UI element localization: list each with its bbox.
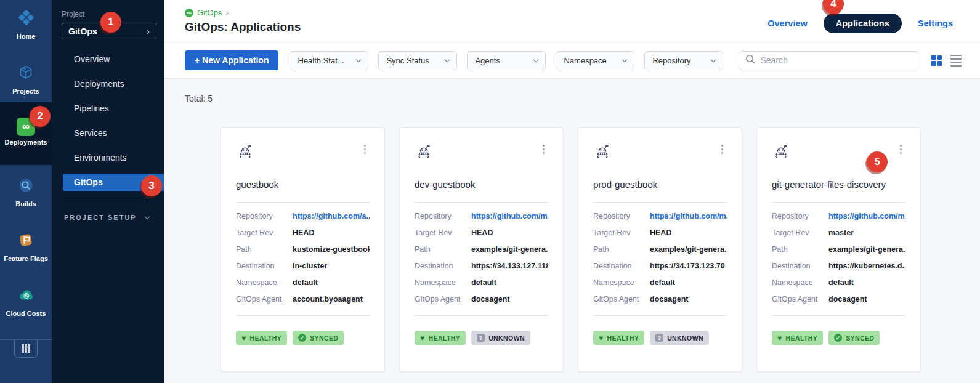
heart-icon: ♥ <box>599 334 604 342</box>
project-setup-toggle[interactable]: PROJECT SETUP <box>64 214 164 221</box>
card-field-row: Namespacedefault <box>593 274 727 291</box>
kebab-menu-icon[interactable] <box>896 142 905 157</box>
chevron-down-icon <box>533 57 538 62</box>
card-fields: Repositoryhttps://github.com/m... Target… <box>415 208 548 307</box>
heart-icon: ♥ <box>420 334 425 342</box>
repository-link[interactable]: https://github.com/m... <box>471 212 548 220</box>
card-field-row: Repositoryhttps://github.com/m... <box>593 208 727 224</box>
sidebar-item-feature-flags[interactable]: Feature Flags <box>0 230 52 262</box>
card-field-row: GitOps Agentdocsagent <box>772 291 905 307</box>
application-name[interactable]: dev-guestbook <box>415 179 548 190</box>
card-field-row: Target RevHEAD <box>415 224 548 241</box>
argo-app-icon <box>236 142 254 163</box>
sidebar-item-services[interactable]: Services <box>52 121 164 145</box>
repository-filter[interactable]: Repository <box>644 51 723 70</box>
argo-app-icon <box>593 142 612 163</box>
card-divider <box>415 315 548 316</box>
grid-view-icon[interactable] <box>931 55 942 66</box>
sidebar-item-cloud-costs[interactable]: $ Cloud Costs <box>0 285 52 317</box>
status-badges: ♥HEALTHY ?UNKNOWN <box>415 331 548 345</box>
builds-icon <box>16 175 36 198</box>
card-field-row: GitOps Agentaccount.byoaagent <box>236 291 370 307</box>
svg-text:$: $ <box>25 292 28 299</box>
main-area: ∞ GitOps › GitOps: Applications Overview… <box>164 0 980 383</box>
project-menu: Overview Deployments Pipelines Services … <box>52 47 164 191</box>
search-input[interactable] <box>760 55 912 65</box>
card-field-row: Target RevHEAD <box>236 224 370 241</box>
sidebar-divider <box>64 200 145 200</box>
chevron-down-icon <box>144 214 149 219</box>
sidebar-item-deployments-menu[interactable]: Deployments <box>52 71 164 96</box>
card-field-row: GitOps Agentdocsagent <box>593 291 727 307</box>
application-name[interactable]: git-generator-files-discovery <box>772 179 905 190</box>
namespace-filter[interactable]: Namespace <box>556 51 634 70</box>
card-divider <box>236 315 370 316</box>
card-divider <box>415 202 548 203</box>
repository-link[interactable]: https://github.com/a... <box>293 212 370 220</box>
health-status-badge: ♥HEALTHY <box>593 331 644 345</box>
new-application-button[interactable]: + New Application <box>185 50 278 70</box>
argo-app-icon <box>772 142 790 163</box>
annotation-marker-3: 3 <box>141 175 162 196</box>
health-status-filter[interactable]: Health Stat... <box>290 51 368 70</box>
sidebar-item-projects[interactable]: Projects <box>0 63 52 95</box>
tab-applications[interactable]: Applications <box>824 14 902 33</box>
chevron-down-icon <box>622 57 627 62</box>
chevron-right-icon: › <box>147 26 150 36</box>
sync-status-badge: ✓SYNCED <box>293 331 344 345</box>
repository-link[interactable]: https://github.com/m... <box>650 212 727 220</box>
page-header: ∞ GitOps › GitOps: Applications Overview… <box>164 0 980 42</box>
chevron-down-icon <box>356 57 361 62</box>
module-picker-button[interactable] <box>14 339 38 358</box>
toolbar: + New Application Health Stat... Sync St… <box>164 42 980 79</box>
card-field-row: Namespacedefault <box>415 274 548 291</box>
card-fields: Repositoryhttps://github.com/m... Target… <box>772 208 905 307</box>
sidebar-item-builds[interactable]: Builds <box>0 175 52 208</box>
kebab-menu-icon[interactable] <box>539 142 548 157</box>
total-count: Total: 5 <box>185 94 980 103</box>
sync-status-badge: ?UNKNOWN <box>471 331 530 345</box>
applications-content: Total: 5 <box>164 79 980 383</box>
gitops-applications-page: Home Projects ∞ Deployments <box>0 0 980 383</box>
application-card[interactable]: dev-guestbook Repositoryhttps://github.c… <box>399 127 564 372</box>
projects-cube-icon <box>16 63 36 85</box>
card-divider <box>593 315 727 316</box>
health-status-badge: ♥HEALTHY <box>236 331 287 345</box>
sidebar-item-home[interactable]: Home <box>0 7 52 40</box>
heart-icon: ♥ <box>777 334 782 342</box>
sidebar-item-pipelines[interactable]: Pipelines <box>52 96 164 121</box>
status-badges: ♥HEALTHY ✓SYNCED <box>772 331 905 345</box>
sync-status-badge: ✓SYNCED <box>828 331 880 345</box>
card-field-row: Pathexamples/git-genera... <box>772 241 905 257</box>
application-name[interactable]: guestbook <box>236 179 370 190</box>
sidebar-item-environments[interactable]: Environments <box>52 145 164 170</box>
annotation-marker-1: 1 <box>100 12 121 33</box>
application-card[interactable]: guestbook Repositoryhttps://github.com/a… <box>221 127 385 372</box>
health-status-badge: ♥HEALTHY <box>772 331 823 345</box>
header-nav: Overview Applications Settings <box>767 14 953 33</box>
breadcrumb-gitops-link[interactable]: GitOps <box>197 8 222 17</box>
sidebar-item-overview[interactable]: Overview <box>52 47 164 71</box>
repository-link[interactable]: https://github.com/m... <box>828 212 905 220</box>
cloud-costs-icon: $ <box>16 285 36 307</box>
list-view-icon[interactable] <box>950 55 962 67</box>
application-card[interactable]: prod-guestbook Repositoryhttps://github.… <box>578 127 742 372</box>
sync-status-filter[interactable]: Sync Status <box>378 51 457 70</box>
health-status-badge: ♥HEALTHY <box>415 331 466 345</box>
card-field-row: Target Revmaster <box>772 224 905 241</box>
tab-overview[interactable]: Overview <box>767 18 808 28</box>
card-field-row: Pathexamples/git-genera... <box>415 241 548 257</box>
application-card[interactable]: git-generator-files-discovery Repository… <box>756 127 921 372</box>
question-icon: ? <box>477 334 485 342</box>
application-name[interactable]: prod-guestbook <box>593 179 727 190</box>
agents-filter[interactable]: Agents <box>467 51 546 70</box>
kebab-menu-icon[interactable] <box>718 142 727 157</box>
application-cards: guestbook Repositoryhttps://github.com/a… <box>221 127 980 372</box>
card-field-row: Repositoryhttps://github.com/m... <box>415 208 548 224</box>
tab-settings[interactable]: Settings <box>918 18 953 28</box>
module-sidebar: Home Projects ∞ Deployments <box>0 0 52 383</box>
sync-status-badge: ?UNKNOWN <box>650 331 709 345</box>
gitops-infinity-icon: ∞ <box>185 9 193 17</box>
kebab-menu-icon[interactable] <box>360 142 370 157</box>
feature-flags-icon <box>16 230 36 252</box>
